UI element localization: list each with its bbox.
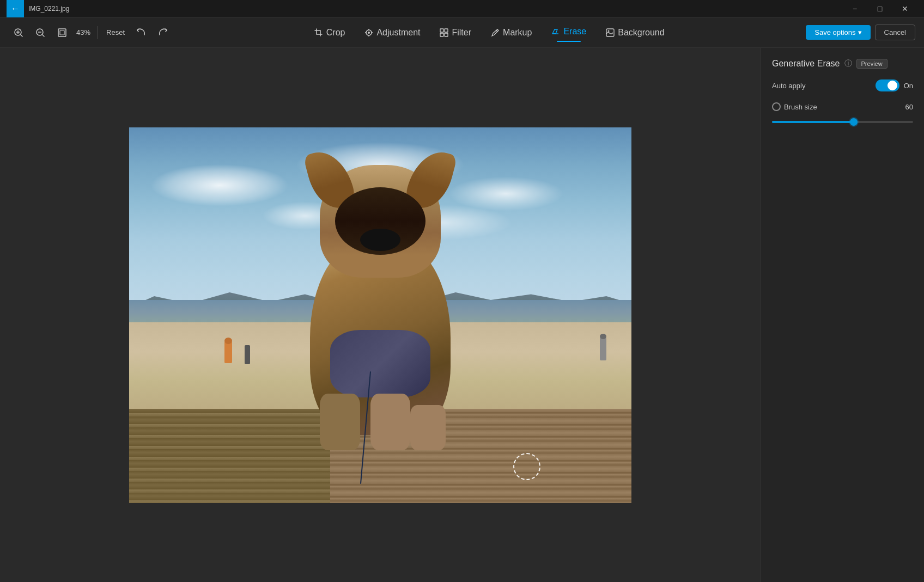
dog-harness xyxy=(330,330,430,397)
crop-tool[interactable]: Crop xyxy=(306,24,354,41)
fit-icon xyxy=(57,28,67,38)
window-controls: − □ ✕ xyxy=(842,0,917,17)
maximize-button[interactable]: □ xyxy=(867,0,892,17)
svg-rect-15 xyxy=(440,29,443,32)
filter-tool[interactable]: Filter xyxy=(431,24,480,41)
toolbar-left: 43% Reset xyxy=(9,23,173,42)
back-icon: ← xyxy=(11,4,20,14)
dog-leg-left xyxy=(320,394,360,450)
svg-point-10 xyxy=(368,32,370,34)
filename-label: IMG_0221.jpg xyxy=(28,5,69,13)
svg-rect-18 xyxy=(445,33,448,36)
brush-size-row: Brush size 60 xyxy=(772,102,913,127)
crop-tool-content: Crop xyxy=(314,28,345,38)
brush-size-icon xyxy=(772,102,781,111)
toggle-container: On xyxy=(876,79,913,91)
brush-size-label: Brush size xyxy=(784,103,817,111)
brush-size-value: 60 xyxy=(905,103,913,111)
person-middle xyxy=(245,345,250,364)
save-options-label: Save options xyxy=(814,28,855,36)
adjustment-tool[interactable]: Adjustment xyxy=(356,24,429,41)
canvas-area[interactable] xyxy=(0,48,761,582)
fit-button[interactable] xyxy=(52,23,72,42)
background-tool-content: Background xyxy=(606,28,664,38)
crop-tool-wrapper: Crop xyxy=(306,24,354,41)
adjustment-icon xyxy=(364,28,373,37)
dog-leg-far-right xyxy=(410,405,446,450)
svg-point-22 xyxy=(608,30,610,32)
markup-tool[interactable]: Markup xyxy=(482,24,540,41)
brush-slider-container xyxy=(772,117,913,127)
back-button[interactable]: ← xyxy=(7,0,24,17)
filter-tool-wrapper: Filter xyxy=(431,24,480,41)
svg-line-1 xyxy=(21,34,23,36)
dark-plank xyxy=(129,409,330,503)
preview-badge: Preview xyxy=(856,59,887,69)
zoom-level: 43% xyxy=(74,28,93,36)
markup-icon xyxy=(491,28,500,37)
background-tool-wrapper: Background xyxy=(597,24,673,41)
auto-apply-toggle[interactable] xyxy=(876,79,899,91)
reset-button[interactable]: Reset xyxy=(102,26,129,39)
person-right-head xyxy=(600,334,606,339)
toolbar-right: Save options ▾ Cancel xyxy=(806,24,915,40)
erase-tool-content: Erase xyxy=(551,27,586,36)
minimize-button[interactable]: − xyxy=(842,0,867,17)
svg-rect-7 xyxy=(58,29,66,36)
close-button[interactable]: ✕ xyxy=(892,0,917,17)
svg-line-5 xyxy=(42,34,45,36)
info-icon[interactable]: ⓘ xyxy=(844,59,852,69)
image-container xyxy=(129,127,631,503)
markup-tool-content: Markup xyxy=(491,28,532,38)
cancel-button[interactable]: Cancel xyxy=(875,24,915,40)
toggle-slider xyxy=(876,79,899,91)
erase-tool-wrapper: Erase xyxy=(543,23,595,42)
panel-header: Generative Erase ⓘ Preview xyxy=(772,59,913,69)
filter-tool-content: Filter xyxy=(440,28,471,38)
erase-icon xyxy=(551,27,560,36)
zoom-in-icon xyxy=(14,28,23,38)
redo-icon xyxy=(158,28,168,38)
person-right xyxy=(600,338,606,360)
zoom-out-icon xyxy=(35,28,45,38)
image-layers xyxy=(129,127,631,503)
adjustment-tool-wrapper: Adjustment xyxy=(356,24,429,41)
title-bar: ← IMG_0221.jpg − □ ✕ xyxy=(0,0,924,17)
dog-nose xyxy=(360,229,400,251)
undo-icon xyxy=(136,28,146,38)
redo-button[interactable] xyxy=(153,23,173,42)
main-area: Generative Erase ⓘ Preview Auto apply On… xyxy=(0,48,924,582)
dog-leg-right xyxy=(370,394,411,450)
background-tool[interactable]: Background xyxy=(597,24,673,41)
save-options-button[interactable]: Save options ▾ xyxy=(806,25,870,40)
brush-label-row: Brush size 60 xyxy=(772,102,913,111)
svg-rect-8 xyxy=(60,30,64,35)
title-bar-left: ← IMG_0221.jpg xyxy=(7,0,69,17)
markup-tool-wrapper: Markup xyxy=(482,24,540,41)
brush-label: Brush size xyxy=(772,102,817,111)
right-panel: Generative Erase ⓘ Preview Auto apply On… xyxy=(761,48,924,582)
undo-button[interactable] xyxy=(131,23,151,42)
zoom-out-button[interactable] xyxy=(31,23,50,42)
save-dropdown-icon: ▾ xyxy=(858,28,862,36)
main-toolbar: 43% Reset Cro xyxy=(0,17,924,48)
zoom-in-button[interactable] xyxy=(9,23,28,42)
separator-1 xyxy=(97,26,98,39)
auto-apply-label: Auto apply xyxy=(772,82,805,90)
svg-rect-17 xyxy=(440,33,443,36)
adjustment-tool-content: Adjustment xyxy=(364,28,420,38)
crop-icon xyxy=(314,28,323,37)
svg-rect-16 xyxy=(445,29,448,32)
toggle-on-label: On xyxy=(904,82,913,90)
person-left xyxy=(224,341,232,363)
filter-icon xyxy=(440,28,448,37)
toolbar-center: Crop Adjustment xyxy=(177,23,801,42)
panel-title: Generative Erase xyxy=(772,59,840,69)
svg-line-19 xyxy=(496,30,497,32)
person-left-head xyxy=(224,338,232,344)
auto-apply-row: Auto apply On xyxy=(772,79,913,91)
background-icon xyxy=(606,28,615,37)
erase-tool[interactable]: Erase xyxy=(543,23,595,40)
